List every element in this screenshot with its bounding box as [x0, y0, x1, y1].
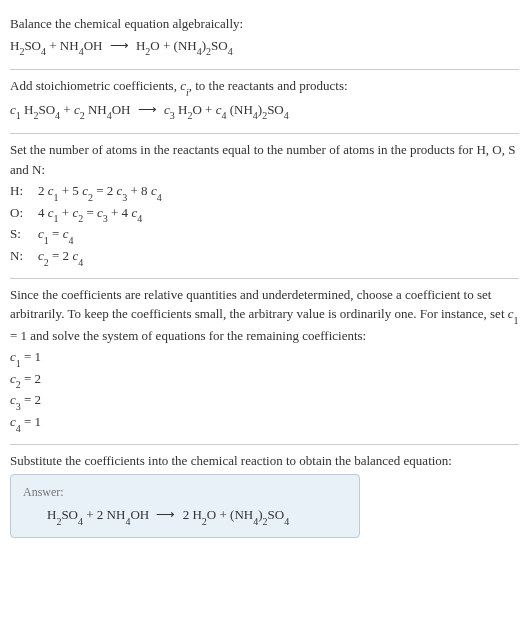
product-1: H2O: [136, 38, 160, 53]
atom-row-n: N: c2 = 2 c4: [10, 246, 519, 268]
atom-row-o: O: 4 c1 + c2 = c3 + 4 c4: [10, 203, 519, 225]
coeff-list: c1 = 1 c2 = 2 c3 = 2 c4 = 1: [10, 347, 519, 433]
reactant-1: H2SO4: [10, 38, 46, 53]
arrow-icon: ⟶: [152, 507, 179, 522]
unbalanced-equation: H2SO4 + NH4OH ⟶ H2O + (NH4)2SO4: [10, 34, 519, 60]
atom-row-h: H: 2 c1 + 5 c2 = 2 c3 + 8 c4: [10, 181, 519, 203]
intro-section: Balance the chemical equation algebraica…: [10, 8, 519, 69]
atom-row-s: S: c1 = c4: [10, 224, 519, 246]
final-section: Substitute the coefficients into the che…: [10, 445, 519, 548]
arrow-icon: ⟶: [106, 38, 133, 53]
coeff-c3: c3 = 2: [10, 390, 519, 412]
stoich-equation: c1 H2SO4 + c2 NH4OH ⟶ c3 H2O + c4 (NH4)2…: [10, 98, 519, 124]
solve-section: Since the coefficients are relative quan…: [10, 279, 519, 444]
arrow-icon: ⟶: [134, 102, 161, 117]
answer-label: Answer:: [23, 483, 347, 501]
intro-text: Balance the chemical equation algebraica…: [10, 14, 519, 34]
coeff-c2: c2 = 2: [10, 369, 519, 391]
atom-balance-text: Set the number of atoms in the reactants…: [10, 140, 519, 179]
atom-balance-section: Set the number of atoms in the reactants…: [10, 134, 519, 277]
coeff-c4: c4 = 1: [10, 412, 519, 434]
stoich-text: Add stoichiometric coefficients, ci, to …: [10, 76, 519, 98]
reactant-2: NH4OH: [60, 38, 103, 53]
stoich-section: Add stoichiometric coefficients, ci, to …: [10, 70, 519, 133]
final-text: Substitute the coefficients into the che…: [10, 451, 519, 471]
product-2: (NH4)2SO4: [174, 38, 233, 53]
balanced-equation: H2SO4 + 2 NH4OH ⟶ 2 H2O + (NH4)2SO4: [23, 505, 347, 527]
answer-box: Answer: H2SO4 + 2 NH4OH ⟶ 2 H2O + (NH4)2…: [10, 474, 360, 538]
solve-text: Since the coefficients are relative quan…: [10, 285, 519, 346]
atom-balance-table: H: 2 c1 + 5 c2 = 2 c3 + 8 c4 O: 4 c1 + c…: [10, 181, 519, 267]
coeff-c1: c1 = 1: [10, 347, 519, 369]
